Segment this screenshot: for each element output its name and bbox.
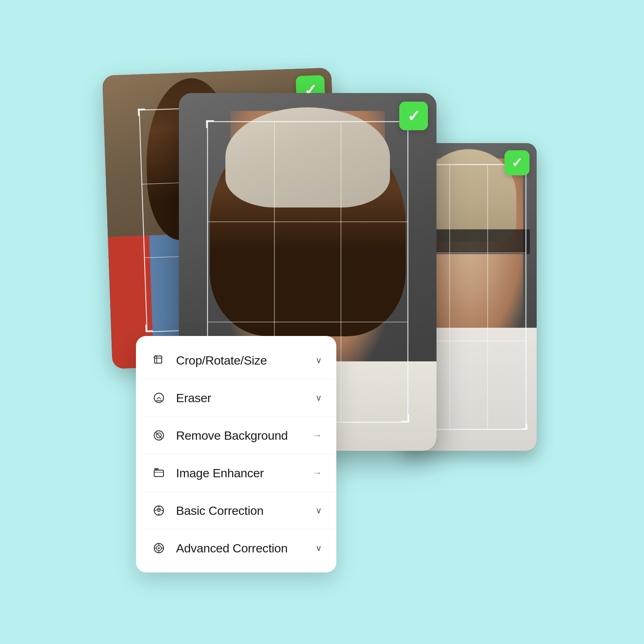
menu-label-advanced: Advanced Correction [176,541,316,555]
remove-bg-icon [150,427,167,444]
svg-rect-39 [155,356,162,363]
menu-item-advanced[interactable]: Advanced Correction ∨ [136,530,336,567]
menu-arrow-remove-bg: → [312,430,322,441]
crop-icon [150,352,167,369]
menu-arrow-enhancer: → [312,467,322,479]
svg-point-52 [158,509,160,512]
menu-label-remove-bg: Remove Background [176,429,312,443]
menu-item-crop[interactable]: Crop/Rotate/Size ∨ [136,342,336,379]
menu-item-remove-bg[interactable]: Remove Background → [136,417,336,454]
menu-label-eraser: Eraser [176,391,316,405]
menu-panel: Crop/Rotate/Size ∨ Eraser ∨ [136,336,336,572]
svg-point-59 [158,547,160,549]
check-badge-right: ✓ [504,150,530,175]
svg-rect-47 [154,470,164,477]
menu-label-crop: Crop/Rotate/Size [176,353,316,367]
menu-item-eraser[interactable]: Eraser ∨ [136,379,336,417]
basic-icon [150,502,167,519]
menu-item-enhancer[interactable]: Image Enhancer → [136,454,336,492]
menu-arrow-crop: ∨ [316,355,322,365]
eraser-icon [150,389,167,406]
enhancer-icon [150,464,167,482]
menu-arrow-eraser: ∨ [316,393,322,403]
svg-point-49 [155,468,156,470]
svg-point-50 [157,468,158,470]
menu-item-basic[interactable]: Basic Correction ∨ [136,492,336,530]
menu-arrow-basic: ∨ [316,506,322,516]
menu-label-basic: Basic Correction [176,504,316,518]
scene: ✓ ✓ [107,72,537,572]
menu-arrow-advanced: ∨ [316,543,322,553]
menu-label-enhancer: Image Enhancer [176,466,312,480]
check-badge-front: ✓ [399,102,428,130]
hat-shape [225,107,390,208]
advanced-icon [150,540,167,557]
